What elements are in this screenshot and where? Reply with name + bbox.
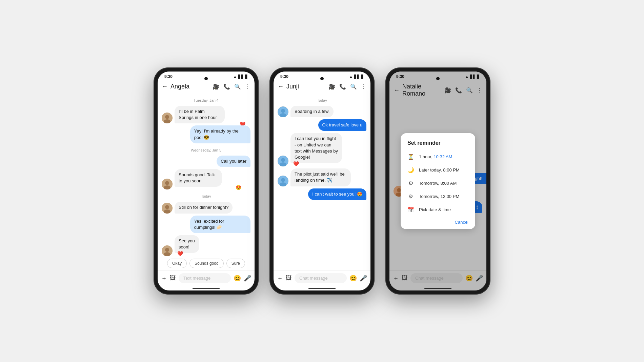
svg-point-1 (165, 115, 169, 119)
more-icon-2[interactable]: ⋮ (361, 83, 366, 90)
search-icon-1[interactable]: 🔍 (234, 83, 241, 90)
bubble-2: Yay! I'm already by the pool 😎 (190, 125, 250, 143)
text-input-1[interactable]: Text message (179, 273, 231, 283)
reminder-cancel-area: Cancel (401, 216, 475, 226)
emoji-icon-2[interactable]: 😊 (349, 275, 357, 282)
back-button-1[interactable]: ← (162, 83, 168, 90)
bubble-6: Yes, excited for dumplings! 🥟 (190, 216, 250, 233)
reminder-option-4[interactable]: ⚙ Tomorrow, 12:00 PM (401, 190, 475, 203)
reminder-option-2[interactable]: 🌙 Later today, 8:00 PM (401, 163, 475, 177)
phone-3: 9:30 ▲ ▋▋ ▊ ← Natalie Romano 🎥 📞 🔍 ⋮ ton… (385, 67, 490, 295)
svg-point-19 (281, 178, 285, 182)
reaction-2: 😍 (236, 185, 241, 190)
home-bar-1 (193, 288, 220, 289)
bubble-1: I'll be in Palm Springs in one hour (175, 106, 225, 123)
bubble-5: Still on for dinner tonight? (175, 202, 233, 213)
emoji-icon-1[interactable]: 😊 (234, 275, 241, 282)
back-button-2[interactable]: ← (278, 83, 284, 90)
reminder-option-5-text: Pick date & time (419, 207, 451, 212)
reminder-option-1[interactable]: ⏳ 1 hour, 10:32 AM (401, 150, 475, 163)
sticker-icon-1[interactable]: 🖼 (170, 275, 176, 282)
time-highlight-1: 10:32 AM (434, 154, 452, 159)
message-row-6: Yes, excited for dumplings! 🥟 (162, 216, 250, 233)
message-row-3: Call you later (162, 156, 250, 167)
sticker-icon-2[interactable]: 🖼 (286, 275, 292, 282)
reminder-option-3-text: Tomorrow, 8:00 AM (419, 181, 457, 186)
avatar-p2 (278, 156, 288, 166)
battery-icon-1: ▊ (245, 75, 248, 79)
timer-icon: ⏳ (407, 154, 414, 160)
message-row-7: See you soon! ❤️ (162, 235, 250, 256)
status-icons-1: ▲ ▋▋ ▊ (233, 75, 248, 79)
avatar-3 (162, 203, 173, 214)
message-row-p2: Ok travel safe love u (278, 119, 366, 131)
bubble-p1: Boarding in a few. (290, 106, 334, 117)
phone-1: 9:30 ▲ ▋▋ ▊ ← Angela 🎥 📞 🔍 ⋮ Tuesday, Ja… (154, 67, 259, 295)
phone-call-icon-2[interactable]: 📞 (339, 83, 346, 90)
text-input-2[interactable]: Chat message (295, 273, 347, 283)
input-bar-2: ＋ 🖼 Chat message 😊 🎤 (274, 270, 370, 286)
mic-icon-1[interactable]: 🎤 (244, 275, 251, 282)
signal-icon-2: ▋▋ (354, 75, 360, 79)
date-label-3: Today (162, 194, 250, 198)
message-row-1: I'll be in Palm Springs in one hour ❤️ (162, 106, 250, 123)
input-bar-1: ＋ 🖼 Text message 😊 🎤 (158, 270, 255, 286)
message-row-4: Sounds good. Talk to you soon. 😍 (162, 169, 250, 189)
more-icon-1[interactable]: ⋮ (245, 83, 250, 90)
svg-point-16 (281, 158, 285, 162)
status-time-1: 9:30 (164, 74, 173, 79)
phone-2-screen: 9:30 ▲ ▋▋ ▊ ← Junji 🎥 📞 🔍 ⋮ Today (274, 72, 370, 290)
calendar-icon: 📅 (407, 206, 414, 213)
date-label-2: Wednesday, Jan 5 (162, 148, 250, 152)
camera-dot-1 (204, 77, 208, 80)
app-bar-icons-1: 🎥 📞 🔍 ⋮ (213, 83, 250, 90)
wifi-icon-2: ▲ (349, 75, 353, 79)
settings-icon-1: ⚙ (407, 180, 414, 186)
smart-replies-1: Okay Sounds good Sure (158, 257, 255, 270)
reaction-p1: ❤️ (293, 161, 299, 166)
wifi-icon-1: ▲ (233, 75, 237, 79)
bubble-4: Sounds good. Talk to you soon. (175, 169, 222, 187)
message-row-p3: I can text you in flight - on United we … (278, 133, 366, 166)
search-icon-2[interactable]: 🔍 (350, 83, 357, 90)
add-icon-1[interactable]: ＋ (161, 274, 167, 282)
date-label-p1: Today (278, 98, 366, 102)
bubble-p2: Ok travel safe love u (318, 119, 367, 131)
avatar-4 (162, 245, 173, 256)
camera-dot-2 (320, 77, 324, 80)
bubble-3: Call you later (217, 156, 250, 167)
contact-name-2: Junji (286, 83, 326, 90)
avatar-1 (162, 113, 173, 123)
signal-icon-1: ▋▋ (238, 75, 244, 79)
mic-icon-2[interactable]: 🎤 (360, 275, 367, 282)
phone-call-icon-1[interactable]: 📞 (223, 83, 230, 90)
smart-reply-sounds-good[interactable]: Sounds good (189, 259, 224, 268)
phone-3-screen: 9:30 ▲ ▋▋ ▊ ← Natalie Romano 🎥 📞 🔍 ⋮ ton… (389, 72, 486, 290)
reminder-option-5[interactable]: 📅 Pick date & time (401, 203, 475, 216)
app-bar-1: ← Angela 🎥 📞 🔍 ⋮ (158, 80, 255, 93)
home-bar-2 (308, 288, 336, 289)
chat-area-1: Tuesday, Jan 4 I'll be in Palm Springs i… (158, 93, 255, 257)
smart-reply-sure[interactable]: Sure (226, 259, 245, 268)
cancel-button[interactable]: Cancel (455, 220, 468, 225)
battery-icon-2: ▊ (361, 75, 364, 79)
smart-reply-okay[interactable]: Okay (167, 259, 187, 268)
chat-area-2: Today Boarding in a few. Ok travel safe … (274, 93, 370, 270)
app-bar-icons-2: 🎥 📞 🔍 ⋮ (328, 83, 366, 90)
phone-2: 9:30 ▲ ▋▋ ▊ ← Junji 🎥 📞 🔍 ⋮ Today (269, 67, 375, 295)
svg-point-4 (165, 181, 169, 185)
app-bar-2: ← Junji 🎥 📞 🔍 ⋮ (274, 80, 370, 93)
svg-point-7 (165, 205, 169, 209)
bubble-p4: The pilot just said we'll be landing on … (290, 168, 351, 186)
add-icon-2[interactable]: ＋ (277, 274, 283, 282)
reminder-title: Set reminder (401, 140, 475, 150)
video-call-icon-1[interactable]: 🎥 (213, 83, 219, 90)
bubble-7: See you soon! (175, 235, 199, 253)
video-call-icon-2[interactable]: 🎥 (328, 83, 335, 90)
avatar-p1 (278, 106, 288, 117)
settings-icon-2: ⚙ (407, 193, 414, 200)
reminder-option-2-text: Later today, 8:00 PM (419, 167, 460, 173)
message-row-5: Still on for dinner tonight? (162, 202, 250, 213)
bubble-p3: I can text you in flight - on United we … (290, 133, 342, 163)
reminder-option-3[interactable]: ⚙ Tomorrow, 8:00 AM (401, 177, 475, 190)
